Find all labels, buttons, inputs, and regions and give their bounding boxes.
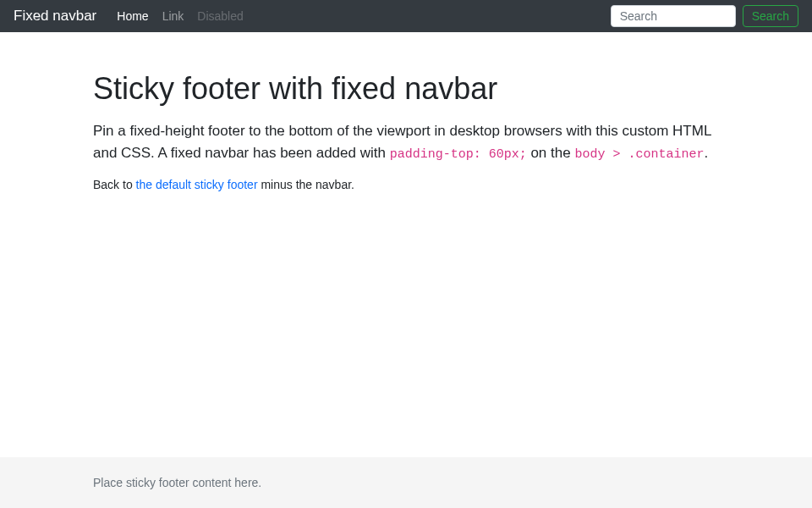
navbar-right: Search (611, 5, 798, 27)
code-selector: body > .container (574, 147, 704, 162)
footer-inner: Place sticky footer content here. (93, 472, 719, 493)
back-link[interactable]: the default sticky footer (136, 178, 258, 191)
lead-text-3: . (704, 145, 708, 161)
nav-link-disabled: Disabled (190, 8, 250, 25)
main-container: Sticky footer with fixed navbar Pin a fi… (93, 0, 719, 457)
back-prefix: Back to (93, 178, 136, 191)
lead-paragraph: Pin a fixed-height footer to the bottom … (93, 120, 719, 164)
code-padding: padding-top: 60px; (390, 147, 527, 162)
page-title: Sticky footer with fixed navbar (93, 66, 719, 112)
navbar: Fixed navbar Home Link Disabled Search (0, 0, 812, 32)
back-suffix: minus the navbar. (258, 178, 354, 191)
navbar-left: Fixed navbar Home Link Disabled (14, 5, 250, 27)
search-button[interactable]: Search (743, 5, 798, 27)
footer-text: Place sticky footer content here. (93, 476, 261, 489)
back-paragraph: Back to the default sticky footer minus … (93, 176, 719, 194)
lead-text-2: on the (527, 145, 575, 161)
search-input[interactable] (611, 5, 736, 27)
navbar-brand[interactable]: Fixed navbar (14, 5, 96, 27)
footer: Place sticky footer content here. (0, 457, 812, 508)
nav-link-home[interactable]: Home (110, 8, 155, 25)
nav-link-link[interactable]: Link (156, 8, 191, 25)
